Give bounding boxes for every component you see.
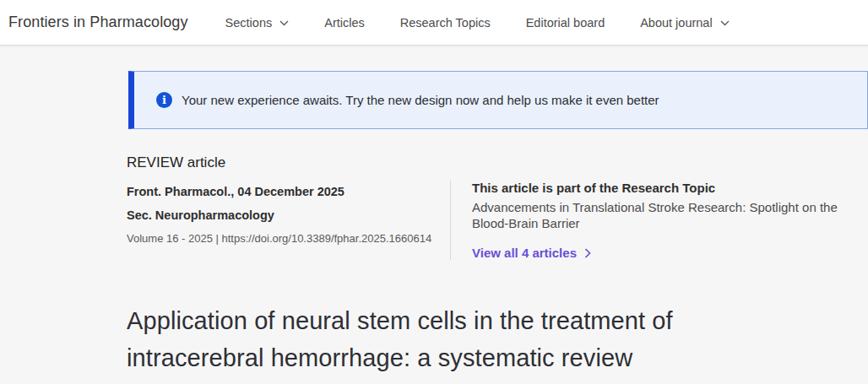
nav-item-articles[interactable]: Articles (324, 16, 365, 30)
view-all-label: View all 4 articles (472, 246, 577, 260)
volume-label: Volume 16 - 2025 (127, 232, 213, 245)
main-nav: Sections Articles Research Topics Editor… (225, 16, 730, 30)
article-title: Application of neural stem cells in the … (127, 302, 777, 378)
doi-text: https://doi.org/10.3389/fphar.2025.16606… (222, 232, 432, 245)
chevron-down-icon (279, 20, 289, 26)
separator: | (213, 232, 222, 245)
nav-item-label: Editorial board (526, 16, 605, 30)
article-section: Sec. Neuropharmacology (127, 208, 450, 222)
research-topic-box: This article is part of the Research Top… (450, 181, 849, 260)
nav-item-about-journal[interactable]: About journal (640, 16, 729, 30)
top-navigation-bar: Frontiers in Pharmacology Sections Artic… (0, 0, 868, 46)
chevron-right-icon (584, 248, 591, 258)
new-experience-banner: i Your new experience awaits. Try the ne… (128, 71, 868, 129)
article-type-label: REVIEW article (127, 154, 450, 171)
nav-item-editorial-board[interactable]: Editorial board (526, 16, 605, 30)
nav-item-research-topics[interactable]: Research Topics (400, 16, 491, 30)
article-citation: Front. Pharmacol., 04 December 2025 (127, 185, 450, 198)
nav-item-label: About journal (640, 16, 712, 30)
volume-doi-line: Volume 16 - 2025 | https://doi.org/10.33… (127, 232, 450, 245)
research-topic-title: Advancements in Translational Stroke Res… (472, 200, 849, 232)
research-topic-intro: This article is part of the Research Top… (472, 181, 849, 195)
banner-message: Your new experience awaits. Try the new … (182, 93, 659, 107)
nav-item-label: Sections (225, 16, 273, 30)
article-meta-section: REVIEW article Front. Pharmacol., 04 Dec… (127, 154, 868, 260)
article-meta-left: REVIEW article Front. Pharmacol., 04 Dec… (127, 154, 450, 245)
nav-item-label: Research Topics (400, 16, 491, 30)
nav-item-sections[interactable]: Sections (225, 16, 290, 30)
info-icon: i (156, 92, 172, 108)
chevron-down-icon (720, 20, 730, 26)
view-all-articles-link[interactable]: View all 4 articles (472, 246, 849, 260)
journal-logo[interactable]: Frontiers in Pharmacology (8, 14, 188, 31)
nav-item-label: Articles (324, 16, 365, 30)
